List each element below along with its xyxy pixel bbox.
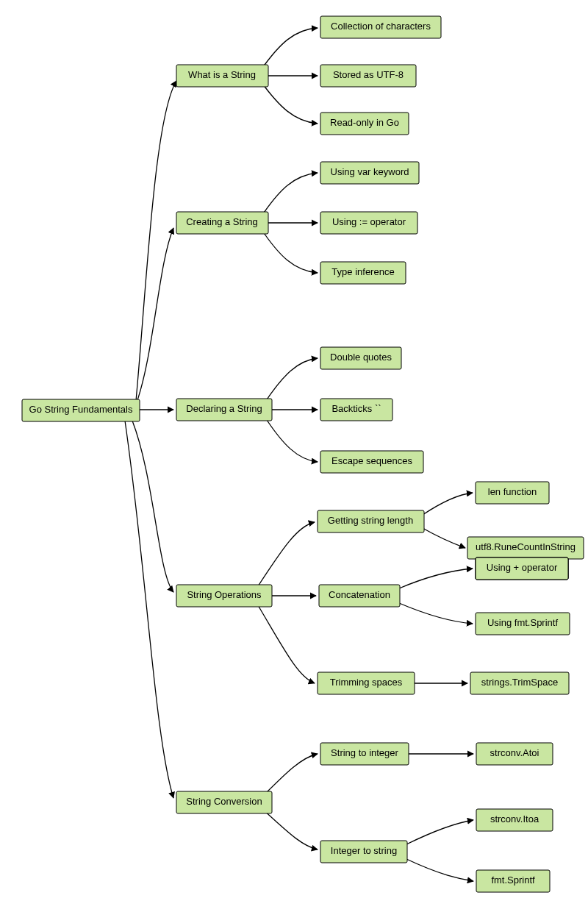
edge-b5-c2 — [262, 809, 318, 849]
edge-root-b4 — [132, 421, 173, 592]
edge-b4c1-g2 — [423, 528, 465, 548]
node-b5c2g1-label: strconv.Itoa — [490, 813, 539, 824]
edge-root-b2 — [136, 228, 173, 405]
node-b3c2-label: Backticks `` — [331, 403, 381, 414]
node-b4c1: Getting string length — [318, 510, 424, 532]
node-b4c3: Trimming spaces — [318, 672, 415, 694]
node-b4c2g2: Using fmt.Sprintf — [476, 613, 570, 635]
node-b4c3g1-label: strings.TrimSpace — [481, 677, 558, 688]
node-b3c3-label: Escape sequences — [331, 455, 412, 466]
node-b3c1: Double quotes — [320, 347, 401, 369]
edge-b4c1-g1 — [423, 493, 473, 515]
node-b1c1: Collection of characters — [320, 16, 441, 38]
node-b3: Declaring a String — [176, 399, 272, 421]
edge-b4c2-g2 — [399, 603, 473, 624]
edge-b2-c3 — [261, 229, 318, 273]
node-b5c2g1: strconv.Itoa — [476, 809, 553, 831]
node-b1c3-label: Read-only in Go — [330, 117, 399, 128]
node-b4c1g2-label: utf8.RuneCountInString — [476, 541, 576, 552]
node-b5c2g2: fmt.Sprintf — [476, 870, 550, 892]
node-b4: String Operations — [176, 585, 272, 607]
node-b3c3: Escape sequences — [320, 451, 423, 473]
node-b2c1: Using var keyword — [320, 162, 419, 184]
node-b2c2: Using := operator — [320, 212, 417, 234]
node-b1-label: What is a String — [188, 69, 256, 80]
edge-b2-c1 — [261, 173, 318, 217]
node-b4c2g1-label: Using + operator — [487, 562, 558, 573]
edge-b4c2-g1 — [399, 569, 473, 588]
node-b2c3-label: Type inference — [331, 266, 394, 277]
node-b4c1g2: utf8.RuneCountInString — [467, 537, 584, 559]
node-b5-label: String Conversion — [186, 796, 262, 807]
node-b5c1: String to integer — [320, 743, 409, 765]
edge-b5c2-g2 — [406, 859, 473, 881]
node-b5c1-label: String to integer — [331, 747, 398, 758]
node-b4c2-label: Concatenation — [329, 589, 390, 600]
node-b2c1-label: Using var keyword — [331, 166, 409, 177]
edge-root-b5 — [125, 421, 173, 798]
edge-b5c2-g1 — [406, 820, 473, 844]
node-b4c1g1-label: len function — [488, 486, 537, 497]
node-b1c2: Stored as UTF-8 — [320, 65, 416, 87]
edge-b5-c1 — [262, 754, 318, 797]
node-b4c3g1: strings.TrimSpace — [470, 672, 569, 694]
node-b1c3: Read-only in Go — [320, 113, 409, 135]
node-b2c3: Type inference — [320, 262, 406, 284]
node-b1c2-label: Stored as UTF-8 — [333, 69, 404, 80]
node-b4c2g1: Using + operator — [476, 557, 568, 580]
node-b4c2g2-label: Using fmt.Sprintf — [487, 617, 558, 628]
node-b3c1-label: Double quotes — [330, 352, 392, 363]
node-b3-label: Declaring a String — [186, 403, 262, 414]
edge-root-b1 — [136, 81, 176, 401]
node-b5c2: Integer to string — [320, 841, 407, 863]
node-b5c1g1: strconv.Atoi — [476, 743, 553, 765]
node-b4-label: String Operations — [187, 589, 262, 600]
edge-b3-c3 — [264, 416, 318, 462]
node-b2c2-label: Using := operator — [332, 216, 406, 227]
node-b1c1-label: Collection of characters — [331, 21, 431, 32]
node-b4c2: Concatenation — [319, 585, 400, 607]
node-b5c2g2-label: fmt.Sprintf — [491, 874, 535, 886]
edge-b1-c1 — [261, 28, 318, 70]
node-b2: Creating a String — [176, 212, 268, 234]
node-b2-label: Creating a String — [186, 216, 258, 227]
node-b1: What is a String — [176, 65, 268, 87]
edge-b1-c3 — [261, 82, 318, 124]
edge-b3-c1 — [264, 358, 318, 404]
node-b4c3-label: Trimming spaces — [330, 677, 403, 688]
edge-b4-c3 — [258, 605, 315, 683]
node-root-label: Go String Fundamentals — [29, 404, 133, 415]
node-b5: String Conversion — [176, 791, 272, 813]
node-b3c2: Backticks `` — [320, 399, 392, 421]
edge-b4-c1 — [258, 522, 315, 586]
node-root: Go String Fundamentals — [22, 399, 140, 421]
node-b4c1g1: len function — [476, 482, 549, 504]
node-b4c1-label: Getting string length — [328, 515, 413, 526]
node-b5c1g1-label: strconv.Atoi — [490, 747, 539, 758]
node-b5c2-label: Integer to string — [331, 845, 397, 856]
